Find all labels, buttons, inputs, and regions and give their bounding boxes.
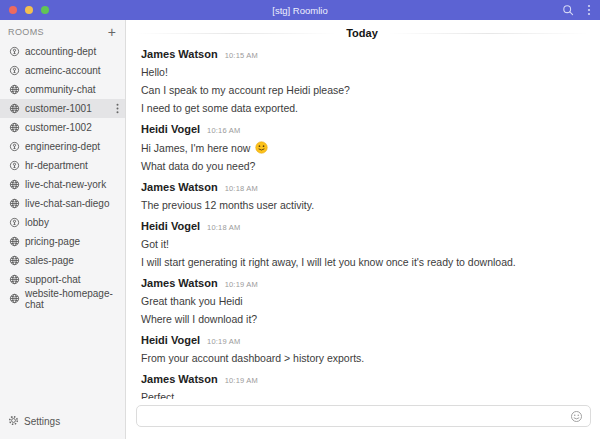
message-group: Heidi Vogel10:16 AMHi James, I'm here no… bbox=[141, 123, 584, 172]
message-author: James Watson bbox=[141, 181, 218, 193]
message-header: Heidi Vogel10:18 AM bbox=[141, 220, 584, 232]
room-label: engineering-dept bbox=[25, 141, 100, 152]
message-text-content: From your account dashboard > history ex… bbox=[141, 352, 364, 364]
sidebar-item-support-chat[interactable]: support-chat bbox=[0, 270, 125, 289]
window-controls bbox=[0, 6, 49, 14]
message-input-bar bbox=[126, 399, 600, 439]
lock-room-icon bbox=[9, 217, 20, 228]
date-divider: Today bbox=[126, 20, 600, 39]
emoji-picker-icon[interactable] bbox=[570, 410, 583, 423]
settings-button[interactable]: Settings bbox=[0, 406, 125, 439]
globe-icon bbox=[9, 179, 20, 190]
sidebar-item-pricing-page[interactable]: pricing-page bbox=[0, 232, 125, 251]
zoom-window-button[interactable] bbox=[41, 6, 49, 14]
settings-label: Settings bbox=[24, 416, 60, 427]
sidebar-item-customer-1002[interactable]: customer-1002 bbox=[0, 118, 125, 137]
divider-line bbox=[136, 33, 336, 34]
globe-icon bbox=[9, 103, 20, 114]
message-input[interactable] bbox=[144, 407, 570, 425]
message-group: James Watson10:18 AMThe previous 12 mont… bbox=[141, 181, 584, 211]
room-label: customer-1002 bbox=[25, 122, 92, 133]
message-text-content: Hello! bbox=[141, 66, 168, 78]
message-text: Perfect. bbox=[141, 391, 584, 399]
sidebar-item-community-chat[interactable]: community-chat bbox=[0, 80, 125, 99]
message-author: James Watson bbox=[141, 277, 218, 289]
message-list: James Watson10:15 AMHello!Can I speak to… bbox=[126, 39, 600, 399]
message-author: James Watson bbox=[141, 48, 218, 60]
message-group: James Watson10:19 AMPerfect. bbox=[141, 373, 584, 399]
message-text: Where will I download it? bbox=[141, 313, 584, 325]
search-icon[interactable] bbox=[562, 4, 574, 16]
room-label: support-chat bbox=[25, 274, 81, 285]
message-text-content: Perfect. bbox=[141, 391, 177, 399]
message-header: James Watson10:19 AM bbox=[141, 373, 584, 385]
message-group: Heidi Vogel10:19 AMFrom your account das… bbox=[141, 334, 584, 364]
window-title: [stg] Roomlio bbox=[0, 5, 600, 16]
message-text-content: Hi James, I'm here now bbox=[141, 142, 250, 154]
room-label: live-chat-san-diego bbox=[25, 198, 110, 209]
sidebar-item-lobby[interactable]: lobby bbox=[0, 213, 125, 232]
room-label: sales-page bbox=[25, 255, 74, 266]
message-group: James Watson10:15 AMHello!Can I speak to… bbox=[141, 48, 584, 114]
message-timestamp: 10:15 AM bbox=[225, 51, 258, 60]
close-window-button[interactable] bbox=[9, 6, 17, 14]
sidebar-item-engineering-dept[interactable]: engineering-dept bbox=[0, 137, 125, 156]
sidebar-item-accounting-dept[interactable]: accounting-dept bbox=[0, 42, 125, 61]
sidebar-item-website-homepage-chat[interactable]: website-homepage-chat bbox=[0, 289, 125, 308]
room-label: acmeinc-account bbox=[25, 65, 101, 76]
sidebar-item-acmeinc-account[interactable]: acmeinc-account bbox=[0, 61, 125, 80]
message-header: James Watson10:15 AM bbox=[141, 48, 584, 60]
message-input-box[interactable] bbox=[136, 405, 591, 427]
message-timestamp: 10:19 AM bbox=[225, 280, 258, 289]
lock-room-icon bbox=[9, 46, 20, 57]
room-label: lobby bbox=[25, 217, 49, 228]
message-author: James Watson bbox=[141, 373, 218, 385]
add-room-button[interactable]: + bbox=[108, 27, 116, 37]
room-label: customer-1001 bbox=[25, 103, 92, 114]
lock-room-icon bbox=[9, 160, 20, 171]
globe-icon bbox=[9, 274, 20, 285]
sidebar-item-live-chat-new-york[interactable]: live-chat-new-york bbox=[0, 175, 125, 194]
room-list: accounting-deptacmeinc-accountcommunity-… bbox=[0, 42, 125, 308]
message-timestamp: 10:18 AM bbox=[207, 223, 240, 232]
message-header: James Watson10:19 AM bbox=[141, 277, 584, 289]
sidebar: ROOMS + accounting-deptacmeinc-accountco… bbox=[0, 20, 126, 439]
message-text-content: Great thank you Heidi bbox=[141, 295, 243, 307]
message-timestamp: 10:19 AM bbox=[225, 376, 258, 385]
sidebar-item-customer-1001[interactable]: customer-1001 bbox=[0, 99, 125, 118]
minimize-window-button[interactable] bbox=[25, 6, 33, 14]
message-text: From your account dashboard > history ex… bbox=[141, 352, 584, 364]
titlebar: [stg] Roomlio bbox=[0, 0, 600, 20]
globe-icon bbox=[9, 122, 20, 133]
message-text: I will start generating it right away, I… bbox=[141, 256, 584, 268]
message-text: I need to get some data exported. bbox=[141, 102, 584, 114]
message-author: Heidi Vogel bbox=[141, 123, 200, 135]
room-label: live-chat-new-york bbox=[25, 179, 106, 190]
message-text: Got it! bbox=[141, 238, 584, 250]
message-header: Heidi Vogel10:19 AM bbox=[141, 334, 584, 346]
lock-room-icon bbox=[9, 141, 20, 152]
sidebar-item-live-chat-san-diego[interactable]: live-chat-san-diego bbox=[0, 194, 125, 213]
message-text-content: What data do you need? bbox=[141, 160, 255, 172]
kebab-menu-icon[interactable] bbox=[587, 4, 591, 16]
sidebar-item-hr-department[interactable]: hr-department bbox=[0, 156, 125, 175]
room-label: pricing-page bbox=[25, 236, 80, 247]
message-timestamp: 10:16 AM bbox=[207, 126, 240, 135]
message-text-content: Can I speak to my account rep Heidi plea… bbox=[141, 84, 350, 96]
globe-icon bbox=[9, 84, 20, 95]
message-text: What data do you need? bbox=[141, 160, 584, 172]
message-text: Hello! bbox=[141, 66, 584, 78]
slightly-smiling-face-emoji bbox=[255, 141, 268, 154]
message-header: James Watson10:18 AM bbox=[141, 181, 584, 193]
sidebar-item-sales-page[interactable]: sales-page bbox=[0, 251, 125, 270]
message-text-content: I need to get some data exported. bbox=[141, 102, 298, 114]
message-text: The previous 12 months user activity. bbox=[141, 199, 584, 211]
message-timestamp: 10:19 AM bbox=[207, 337, 240, 346]
room-options-icon[interactable] bbox=[116, 103, 119, 114]
message-author: Heidi Vogel bbox=[141, 334, 200, 346]
message-timestamp: 10:18 AM bbox=[225, 184, 258, 193]
message-text: Hi James, I'm here now bbox=[141, 141, 584, 154]
globe-icon bbox=[9, 255, 20, 266]
message-group: Heidi Vogel10:18 AMGot it!I will start g… bbox=[141, 220, 584, 268]
message-text-content: Where will I download it? bbox=[141, 313, 257, 325]
